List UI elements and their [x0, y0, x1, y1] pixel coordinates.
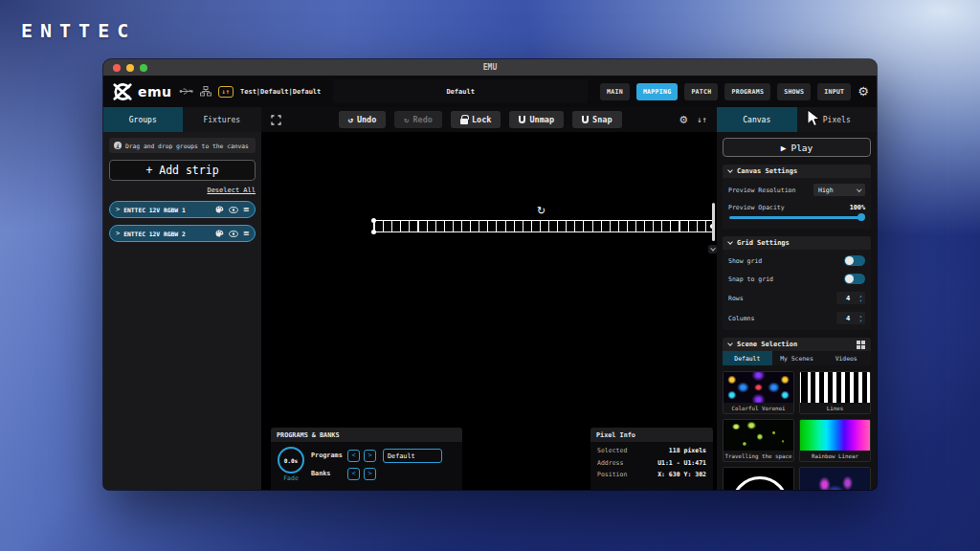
- scene-thumbnail: [724, 420, 793, 451]
- pixel-info-row-position: Position X: 630 Y: 302: [597, 471, 706, 478]
- show-grid-toggle[interactable]: [844, 255, 865, 266]
- scene-selection-header[interactable]: Scene Selection: [723, 338, 871, 351]
- emu-window: EMU emu ↓↑ Test|Default|Default Default …: [103, 59, 877, 490]
- scene-tab-default[interactable]: Default: [723, 351, 772, 365]
- settings-gear-icon[interactable]: ⚙: [858, 85, 869, 98]
- rotate-strip-icon[interactable]: ↻: [537, 205, 546, 217]
- tab-groups[interactable]: Groups: [103, 107, 183, 132]
- snap-to-grid-toggle[interactable]: [844, 274, 865, 284]
- play-label: Play: [791, 143, 813, 153]
- nav-programs-button[interactable]: PROGRAMS: [724, 83, 770, 100]
- session-breadcrumb: Test|Default|Default: [240, 88, 321, 96]
- strip-start-handle-2[interactable]: [371, 230, 376, 234]
- expand-chevron-icon[interactable]: >: [116, 230, 120, 237]
- magnet-icon: [582, 116, 589, 123]
- scene-caption: Rainbow Linear: [800, 451, 870, 461]
- caret-down-icon[interactable]: ▾: [859, 319, 862, 323]
- project-title-display: Default: [333, 79, 588, 103]
- drag-drop-hint: i Drag and drop groups to the canvas: [109, 138, 256, 153]
- nav-mapping-button[interactable]: MAPPING: [636, 83, 679, 100]
- program-name-input[interactable]: Default: [383, 449, 442, 463]
- scene-tile-colorful-voronoi[interactable]: Colorful Voronoi: [723, 371, 794, 414]
- color-palette-icon[interactable]: [215, 230, 224, 237]
- columns-stepper[interactable]: 4 ▴▾: [836, 312, 865, 324]
- canvas-settings-section: Canvas Settings Preview Resolution High …: [723, 165, 871, 229]
- add-strip-button[interactable]: + Add strip: [109, 160, 256, 181]
- pixel-strip[interactable]: [373, 220, 713, 232]
- scene-caption: Travelling the space: [724, 451, 793, 461]
- group-item-rgbw-2[interactable]: > ENTTEC 12V RGBW 2 ≡: [109, 225, 256, 242]
- grid-view-icon[interactable]: [857, 341, 865, 349]
- preview-opacity-slider[interactable]: [729, 216, 864, 219]
- group-label: ENTTEC 12V RGBW 1: [123, 207, 212, 213]
- scene-tile-dancers[interactable]: [799, 467, 871, 490]
- row-value: 118 pixels: [669, 447, 706, 454]
- expand-chevron-icon[interactable]: >: [116, 206, 120, 213]
- undo-button[interactable]: ↺Undo: [339, 111, 387, 128]
- preview-resolution-select[interactable]: High: [813, 184, 865, 196]
- nav-shows-button[interactable]: SHOWS: [777, 83, 811, 100]
- chevron-down-icon: [727, 341, 733, 346]
- preview-resolution-label: Preview Resolution: [728, 187, 795, 194]
- drag-handle-icon[interactable]: ≡: [243, 205, 249, 214]
- tab-canvas[interactable]: Canvas: [717, 107, 797, 132]
- titlebar[interactable]: EMU: [103, 59, 877, 76]
- preview-opacity-label: Preview Opacity: [728, 204, 785, 211]
- bank-next-button[interactable]: >: [364, 468, 376, 480]
- scene-thumbnail: [800, 372, 870, 403]
- scene-tile-arc[interactable]: [723, 467, 794, 490]
- fit-view-icon[interactable]: [271, 115, 281, 125]
- nav-input-button[interactable]: INPUT: [817, 83, 851, 100]
- bank-prev-button[interactable]: <: [347, 468, 360, 480]
- chevron-down-icon: [857, 187, 861, 191]
- scene-tile-travelling-the-space[interactable]: Travelling the space: [723, 419, 794, 462]
- fade-knob[interactable]: 0.0s: [278, 447, 304, 474]
- groups-sidebar: i Drag and drop groups to the canvas + A…: [103, 132, 261, 490]
- scroll-down-button[interactable]: [708, 245, 717, 253]
- scene-caption: Lines: [800, 403, 870, 413]
- scene-tile-rainbow-linear[interactable]: Rainbow Linear: [799, 419, 871, 462]
- drag-handle-icon[interactable]: ≡: [243, 229, 249, 238]
- play-icon: ▶: [781, 143, 787, 153]
- show-grid-label: Show grid: [728, 257, 762, 265]
- row-value: U1:1 - U1:471: [657, 459, 706, 467]
- program-next-button[interactable]: >: [364, 450, 376, 462]
- scene-tab-my-scenes[interactable]: My Scenes: [772, 351, 822, 365]
- toolbar: Groups Fixtures ↺Undo ↻Redo Lock Unmap S…: [103, 107, 877, 132]
- grid-settings-header[interactable]: Grid Settings: [723, 236, 871, 250]
- dmx-io-indicator-icon: ↓↑: [218, 86, 234, 98]
- redo-button[interactable]: ↻Redo: [394, 111, 442, 128]
- rows-label: Rows: [728, 295, 744, 302]
- scene-selection-section: Scene Selection Default My Scenes Videos…: [723, 338, 871, 490]
- mapping-canvas[interactable]: ↻ PROGRAMS & BANKS 0.0s Fade: [261, 132, 717, 490]
- deselect-all-link[interactable]: Deselect All: [109, 187, 256, 194]
- canvas-settings-header[interactable]: Canvas Settings: [723, 165, 871, 178]
- nav-main-button[interactable]: MAIN: [600, 83, 630, 100]
- snap-button[interactable]: Snap: [572, 111, 621, 128]
- caret-down-icon[interactable]: ▾: [859, 298, 862, 303]
- strip-start-handle[interactable]: [371, 218, 376, 223]
- group-item-rgbw-1[interactable]: > ENTTEC 12V RGBW 1 ≡: [109, 201, 256, 218]
- canvas-settings-gear-icon[interactable]: ⚙: [679, 115, 688, 125]
- play-button[interactable]: ▶ Play: [723, 138, 871, 157]
- unmap-button[interactable]: Unmap: [509, 111, 564, 128]
- color-palette-icon[interactable]: [215, 206, 224, 213]
- sort-arrows-icon[interactable]: ↓↑: [697, 115, 707, 124]
- scene-caption: Colorful Voronoi: [724, 403, 793, 413]
- visibility-eye-icon[interactable]: [229, 207, 238, 213]
- row-value: X: 630 Y: 302: [657, 471, 706, 478]
- scene-tab-videos[interactable]: Videos: [821, 351, 871, 365]
- stepper-value: 4: [836, 295, 859, 302]
- program-prev-button[interactable]: <: [347, 450, 360, 462]
- tab-fixtures[interactable]: Fixtures: [183, 107, 262, 132]
- rows-stepper[interactable]: 4 ▴▾: [836, 292, 865, 304]
- nav-patch-button[interactable]: PATCH: [684, 83, 718, 100]
- scene-thumbnail: [800, 420, 870, 451]
- canvas-scrollbar-thumb[interactable]: [712, 203, 715, 241]
- slider-knob[interactable]: [858, 213, 865, 221]
- lock-button[interactable]: Lock: [451, 111, 501, 128]
- snap-label: Snap: [592, 115, 612, 124]
- chevron-down-icon: [710, 245, 716, 251]
- scene-tile-lines[interactable]: Lines: [799, 371, 871, 414]
- visibility-eye-icon[interactable]: [229, 231, 238, 237]
